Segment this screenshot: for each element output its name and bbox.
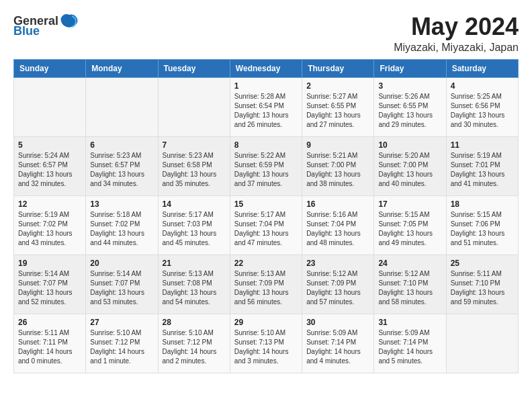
calendar-day-cell-30: 30Sunrise: 5:09 AMSunset: 7:14 PMDayligh…: [302, 314, 374, 373]
calendar-day-cell-31: 31Sunrise: 5:09 AMSunset: 7:14 PMDayligh…: [374, 314, 446, 373]
day-number: 14: [163, 199, 226, 209]
calendar-week-row: 19Sunrise: 5:14 AMSunset: 7:07 PMDayligh…: [14, 255, 519, 314]
day-number: 16: [306, 199, 369, 209]
day-number: 23: [306, 259, 369, 268]
calendar-day-cell-25: 25Sunrise: 5:11 AMSunset: 7:10 PMDayligh…: [446, 255, 518, 314]
day-info: Sunrise: 5:09 AMSunset: 7:14 PMDaylight:…: [306, 328, 369, 366]
calendar-week-row: 12Sunrise: 5:19 AMSunset: 7:02 PMDayligh…: [14, 195, 519, 255]
day-info: Sunrise: 5:13 AMSunset: 7:09 PMDaylight:…: [234, 269, 298, 307]
day-info: Sunrise: 5:22 AMSunset: 6:59 PMDaylight:…: [234, 151, 298, 189]
calendar-day-cell-14: 14Sunrise: 5:17 AMSunset: 7:03 PMDayligh…: [158, 195, 230, 255]
day-number: 1: [234, 81, 298, 91]
weekday-header-thursday: Thursday: [302, 59, 374, 77]
calendar-day-cell-22: 22Sunrise: 5:13 AMSunset: 7:09 PMDayligh…: [230, 255, 302, 314]
day-number: 18: [451, 199, 514, 209]
day-number: 31: [378, 318, 441, 327]
weekday-header-monday: Monday: [86, 59, 158, 77]
day-info: Sunrise: 5:13 AMSunset: 7:08 PMDaylight:…: [163, 269, 226, 307]
day-info: Sunrise: 5:10 AMSunset: 7:12 PMDaylight:…: [90, 328, 153, 366]
day-number: 26: [18, 318, 81, 327]
day-number: 27: [90, 318, 153, 327]
day-number: 15: [234, 199, 298, 209]
weekday-header-wednesday: Wednesday: [230, 59, 302, 77]
day-number: 9: [306, 140, 369, 150]
calendar-day-cell-28: 28Sunrise: 5:10 AMSunset: 7:12 PMDayligh…: [158, 314, 230, 373]
day-number: 28: [163, 318, 226, 327]
calendar-day-cell-23: 23Sunrise: 5:12 AMSunset: 7:09 PMDayligh…: [302, 255, 374, 314]
calendar-day-cell-6: 6Sunrise: 5:23 AMSunset: 6:57 PMDaylight…: [86, 136, 158, 195]
day-number: 6: [90, 140, 153, 150]
day-info: Sunrise: 5:21 AMSunset: 7:00 PMDaylight:…: [306, 151, 369, 189]
weekday-header-sunday: Sunday: [14, 59, 86, 77]
calendar-day-cell-16: 16Sunrise: 5:16 AMSunset: 7:04 PMDayligh…: [302, 195, 374, 255]
empty-day-cell: [446, 314, 518, 373]
calendar-day-cell-21: 21Sunrise: 5:13 AMSunset: 7:08 PMDayligh…: [158, 255, 230, 314]
day-number: 20: [90, 259, 153, 268]
calendar-week-row: 26Sunrise: 5:11 AMSunset: 7:11 PMDayligh…: [14, 314, 519, 373]
calendar-day-cell-3: 3Sunrise: 5:26 AMSunset: 6:55 PMDaylight…: [374, 77, 446, 136]
day-info: Sunrise: 5:18 AMSunset: 7:02 PMDaylight:…: [90, 210, 153, 248]
day-number: 19: [18, 259, 81, 268]
calendar-day-cell-29: 29Sunrise: 5:10 AMSunset: 7:13 PMDayligh…: [230, 314, 302, 373]
day-number: 7: [163, 140, 226, 150]
day-number: 3: [378, 81, 441, 91]
empty-day-cell: [86, 77, 158, 136]
day-number: 24: [378, 259, 441, 268]
day-info: Sunrise: 5:16 AMSunset: 7:04 PMDaylight:…: [306, 210, 369, 248]
calendar-day-cell-24: 24Sunrise: 5:12 AMSunset: 7:10 PMDayligh…: [374, 255, 446, 314]
page-header: General Blue May 2024 Miyazaki, Miyazaki…: [13, 13, 519, 54]
calendar-day-cell-11: 11Sunrise: 5:19 AMSunset: 7:01 PMDayligh…: [446, 136, 518, 195]
day-number: 21: [163, 259, 226, 268]
day-number: 22: [234, 259, 298, 268]
calendar-day-cell-27: 27Sunrise: 5:10 AMSunset: 7:12 PMDayligh…: [86, 314, 158, 373]
calendar-day-cell-8: 8Sunrise: 5:22 AMSunset: 6:59 PMDaylight…: [230, 136, 302, 195]
day-info: Sunrise: 5:23 AMSunset: 6:58 PMDaylight:…: [163, 151, 226, 189]
day-number: 13: [90, 199, 153, 209]
title-block: May 2024 Miyazaki, Miyazaki, Japan: [394, 13, 519, 54]
day-number: 12: [18, 199, 81, 209]
day-number: 30: [306, 318, 369, 327]
day-info: Sunrise: 5:15 AMSunset: 7:05 PMDaylight:…: [378, 210, 441, 248]
day-number: 10: [378, 140, 441, 150]
day-info: Sunrise: 5:10 AMSunset: 7:12 PMDaylight:…: [163, 328, 226, 366]
calendar-day-cell-20: 20Sunrise: 5:14 AMSunset: 7:07 PMDayligh…: [86, 255, 158, 314]
calendar-day-cell-5: 5Sunrise: 5:24 AMSunset: 6:57 PMDaylight…: [14, 136, 86, 195]
empty-day-cell: [14, 77, 86, 136]
day-info: Sunrise: 5:19 AMSunset: 7:02 PMDaylight:…: [18, 210, 81, 248]
calendar-day-cell-10: 10Sunrise: 5:20 AMSunset: 7:00 PMDayligh…: [374, 136, 446, 195]
weekday-header-friday: Friday: [374, 59, 446, 77]
calendar-day-cell-17: 17Sunrise: 5:15 AMSunset: 7:05 PMDayligh…: [374, 195, 446, 255]
calendar-day-cell-18: 18Sunrise: 5:15 AMSunset: 7:06 PMDayligh…: [446, 195, 518, 255]
day-number: 11: [451, 140, 514, 150]
day-info: Sunrise: 5:14 AMSunset: 7:07 PMDaylight:…: [90, 269, 153, 307]
day-info: Sunrise: 5:09 AMSunset: 7:14 PMDaylight:…: [378, 328, 441, 366]
day-number: 17: [378, 199, 441, 209]
day-number: 5: [18, 140, 81, 150]
calendar-day-cell-9: 9Sunrise: 5:21 AMSunset: 7:00 PMDaylight…: [302, 136, 374, 195]
calendar-day-cell-7: 7Sunrise: 5:23 AMSunset: 6:58 PMDaylight…: [158, 136, 230, 195]
calendar-day-cell-2: 2Sunrise: 5:27 AMSunset: 6:55 PMDaylight…: [302, 77, 374, 136]
weekday-header-tuesday: Tuesday: [158, 59, 230, 77]
day-info: Sunrise: 5:11 AMSunset: 7:10 PMDaylight:…: [451, 269, 514, 307]
calendar-week-row: 5Sunrise: 5:24 AMSunset: 6:57 PMDaylight…: [14, 136, 519, 195]
day-number: 8: [234, 140, 298, 150]
day-info: Sunrise: 5:25 AMSunset: 6:56 PMDaylight:…: [451, 92, 514, 130]
calendar-day-cell-19: 19Sunrise: 5:14 AMSunset: 7:07 PMDayligh…: [14, 255, 86, 314]
day-info: Sunrise: 5:28 AMSunset: 6:54 PMDaylight:…: [234, 92, 298, 130]
day-info: Sunrise: 5:12 AMSunset: 7:09 PMDaylight:…: [306, 269, 369, 307]
day-info: Sunrise: 5:24 AMSunset: 6:57 PMDaylight:…: [18, 151, 81, 189]
logo: General Blue: [13, 13, 79, 38]
day-info: Sunrise: 5:19 AMSunset: 7:01 PMDaylight:…: [451, 151, 514, 189]
day-info: Sunrise: 5:12 AMSunset: 7:10 PMDaylight:…: [378, 269, 441, 307]
day-info: Sunrise: 5:14 AMSunset: 7:07 PMDaylight:…: [18, 269, 81, 307]
calendar-day-cell-1: 1Sunrise: 5:28 AMSunset: 6:54 PMDaylight…: [230, 77, 302, 136]
day-info: Sunrise: 5:26 AMSunset: 6:55 PMDaylight:…: [378, 92, 441, 130]
day-info: Sunrise: 5:17 AMSunset: 7:03 PMDaylight:…: [163, 210, 226, 248]
calendar-day-cell-12: 12Sunrise: 5:19 AMSunset: 7:02 PMDayligh…: [14, 195, 86, 255]
day-info: Sunrise: 5:23 AMSunset: 6:57 PMDaylight:…: [90, 151, 153, 189]
calendar-day-cell-26: 26Sunrise: 5:11 AMSunset: 7:11 PMDayligh…: [14, 314, 86, 373]
weekday-header-saturday: Saturday: [446, 59, 518, 77]
weekday-header-row: SundayMondayTuesdayWednesdayThursdayFrid…: [14, 59, 519, 77]
day-number: 2: [306, 81, 369, 91]
day-number: 25: [451, 259, 514, 268]
